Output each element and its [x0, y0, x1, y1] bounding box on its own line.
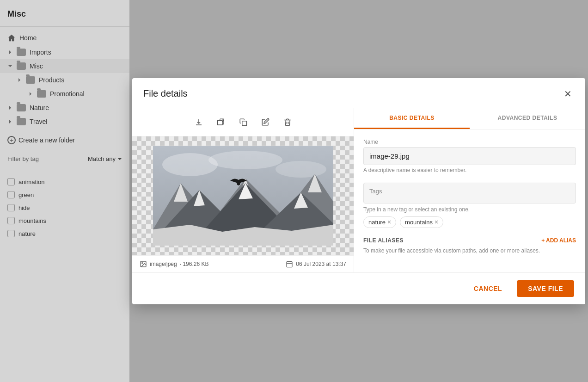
chevron-right-icon-promo [28, 91, 33, 97]
tag-chip-nature: nature × [363, 216, 396, 228]
chevron-down-icon [7, 63, 13, 69]
sidebar-item-travel-label: Travel [30, 118, 47, 125]
tag-item-mountains[interactable]: mountains [7, 215, 122, 226]
sidebar-item-home-label: Home [19, 34, 37, 42]
trash-icon [283, 118, 292, 126]
calendar-icon [286, 260, 293, 268]
copy-icon [239, 118, 247, 126]
chevron-right-icon-nature [7, 105, 13, 111]
mountain-svg [153, 146, 333, 246]
tag-item-hide[interactable]: hide [7, 202, 122, 213]
copy-button[interactable] [236, 115, 251, 129]
move-icon [217, 118, 225, 126]
aliases-title: FILE ALIASES [363, 237, 404, 244]
tag-label-mountains: mountains [18, 217, 46, 224]
tag-chip-mountains-remove[interactable]: × [435, 219, 438, 225]
tags-field-group: Tags Type in a new tag or select an exis… [363, 183, 576, 228]
folder-icon-travel [17, 118, 26, 125]
file-date-info: 06 Jul 2023 at 13:37 [286, 260, 346, 268]
tag-chip-mountains-label: mountains [405, 219, 433, 226]
sidebar-item-misc[interactable]: Misc [0, 59, 129, 73]
tag-checkbox-mountains[interactable] [7, 217, 15, 224]
tab-basic-details[interactable]: BASIC DETAILS [354, 108, 470, 129]
folder-icon-nature [17, 104, 26, 111]
close-icon: ✕ [564, 88, 572, 99]
tag-checkbox-green[interactable] [7, 191, 15, 198]
chevron-right-icon-products [17, 77, 22, 83]
folder-icon-products [26, 76, 35, 84]
close-button[interactable]: ✕ [561, 87, 574, 100]
sidebar-item-imports-label: Imports [30, 49, 51, 56]
sidebar-nav: Home Imports Misc Products Promotional [0, 27, 129, 132]
sidebar-item-promotional-label: Promotional [50, 90, 85, 98]
cancel-button[interactable]: CANCEL [465, 280, 511, 297]
move-button[interactable] [214, 115, 228, 129]
sidebar-item-nature-label: Nature [30, 104, 49, 111]
svg-rect-0 [217, 120, 222, 125]
download-button[interactable] [191, 115, 206, 129]
tag-checkbox-nature[interactable] [7, 230, 15, 237]
sidebar-item-misc-label: Misc [30, 62, 43, 70]
filter-label: Filter by tag Match any [7, 155, 122, 162]
tag-checkbox-animation[interactable] [7, 178, 15, 185]
details-content: Name image-29.jpg A descriptive name is … [354, 129, 585, 272]
plus-icon: + [7, 136, 16, 144]
edit-icon [261, 118, 270, 126]
tags-hint: Type in a new tag or select an existing … [363, 206, 576, 213]
dropdown-chevron-icon [117, 158, 122, 160]
svg-point-19 [142, 262, 143, 263]
folder-icon-promotional [37, 90, 46, 98]
modal-title: File details [143, 88, 188, 99]
filter-mode-dropdown[interactable]: Match any [88, 155, 122, 162]
home-icon [7, 34, 16, 42]
aliases-field-group: FILE ALIASES + ADD ALIAS To make your fi… [363, 237, 576, 254]
chevron-right-icon [7, 49, 13, 55]
tag-checkbox-hide[interactable] [7, 204, 15, 211]
preview-footer: image/jpeg · 196.26 KB 06 Jul 2023 at 13… [132, 255, 354, 272]
edit-button[interactable] [258, 115, 273, 129]
sidebar-item-travel[interactable]: Travel [0, 115, 129, 129]
chevron-right-icon-travel [7, 119, 13, 124]
svg-point-17 [237, 180, 240, 185]
sidebar-item-imports[interactable]: Imports [0, 45, 129, 59]
name-field-group: Name image-29.jpg A descriptive name is … [363, 139, 576, 173]
sidebar-item-products-label: Products [39, 76, 64, 84]
file-type-label: image/jpeg [150, 261, 177, 267]
modal-footer: CANCEL SAVE FILE [132, 272, 585, 304]
name-field-hint: A descriptive name is easier to remember… [363, 167, 576, 173]
name-field-value[interactable]: image-29.jpg [363, 147, 576, 165]
tag-label-green: green [18, 191, 34, 198]
tag-item-animation[interactable]: animation [7, 176, 122, 187]
add-alias-button[interactable]: + ADD ALIAS [541, 237, 576, 244]
folder-icon-misc [17, 62, 26, 70]
svg-point-3 [162, 153, 218, 176]
sidebar-item-home[interactable]: Home [0, 31, 129, 45]
tags-input-area[interactable]: Tags [363, 183, 576, 203]
tab-advanced-details[interactable]: ADVANCED DETAILS [470, 108, 585, 129]
svg-rect-20 [287, 261, 292, 267]
sidebar-item-products[interactable]: Products [0, 73, 129, 87]
tags-chips: nature × mountains × [363, 216, 576, 228]
create-folder-label: Create a new folder [18, 136, 75, 144]
sidebar-item-nature[interactable]: Nature [0, 101, 129, 115]
delete-button[interactable] [280, 115, 295, 129]
create-new-folder[interactable]: + Create a new folder [0, 132, 129, 148]
details-tabs: BASIC DETAILS ADVANCED DETAILS [354, 108, 585, 129]
tag-label-nature: nature [18, 230, 36, 237]
filter-section: Filter by tag Match any [0, 148, 129, 174]
tag-chip-nature-label: nature [368, 219, 386, 226]
tag-item-green[interactable]: green [7, 189, 122, 200]
file-details-modal: File details ✕ [132, 78, 585, 304]
tag-item-nature[interactable]: nature [7, 228, 122, 239]
svg-point-5 [276, 161, 326, 178]
file-date-label: 06 Jul 2023 at 13:37 [296, 261, 346, 267]
tags-field-label: Tags [369, 188, 570, 195]
main-content: File details ✕ [129, 0, 588, 382]
tag-label-hide: hide [18, 204, 30, 211]
preview-toolbar [132, 108, 354, 136]
save-file-button[interactable]: SAVE FILE [517, 280, 574, 297]
image-preview-area [132, 136, 354, 255]
sidebar-item-promotional[interactable]: Promotional [0, 87, 129, 101]
file-type-info: image/jpeg · 196.26 KB [140, 260, 208, 268]
tag-chip-nature-remove[interactable]: × [387, 219, 391, 225]
